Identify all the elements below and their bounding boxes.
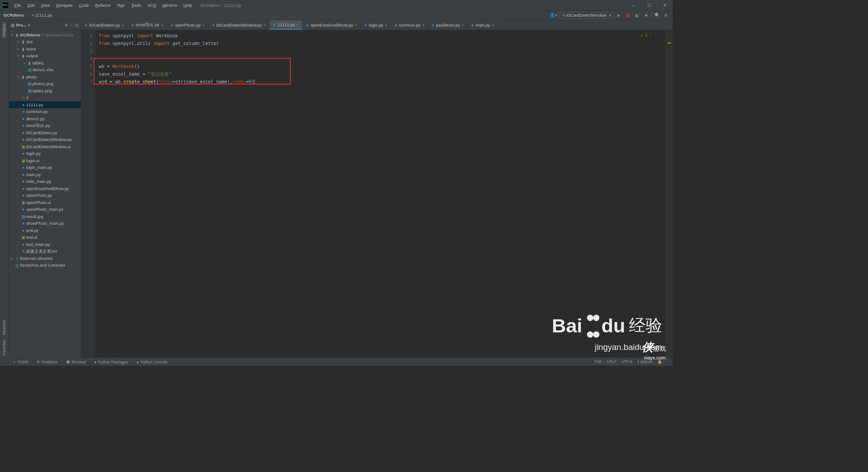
menu-run[interactable]: Run (114, 3, 128, 8)
bottomtab-problems[interactable]: ⊘ Problems (33, 359, 61, 364)
editor: ●IDCardDetect.py× ●excel导出.py× ●openPhot… (81, 20, 673, 358)
bottomtab-todo[interactable]: ≡ TODO (10, 359, 32, 364)
project-tree[interactable]: ▾▮OCRdemoF:\pycharm\class ▸▮doc ▸▮icons … (9, 30, 81, 358)
status-readonly-icon[interactable]: 🔓 (657, 359, 662, 364)
tab-excel[interactable]: ●excel导出.py× (128, 20, 167, 30)
tab-common[interactable]: ●common.py× (391, 20, 429, 30)
bottomtab-pypackages[interactable]: ● Python Packages (91, 359, 132, 364)
breadcrumb-file[interactable]: 11111.py (35, 13, 52, 18)
sidetab-favorites[interactable]: Favorites (2, 337, 6, 357)
sidetab-project[interactable]: Project (2, 22, 6, 38)
gear-icon[interactable]: ⚙ (64, 23, 68, 27)
hide-icon[interactable]: ⊟ (75, 23, 79, 27)
menu-file[interactable]: File (11, 3, 24, 8)
tab-main[interactable]: ●main.py× (468, 20, 498, 30)
status-indent[interactable]: 4 spaces (637, 359, 652, 364)
navigation-bar: OCRdemo 〉 ● 11111.py 👤▾ ● IDCardDetectWi… (0, 10, 673, 20)
status-lineending[interactable]: CRLF (606, 359, 616, 364)
menu-view[interactable]: View (38, 3, 53, 8)
tab-openexcel[interactable]: ●openExcelAndShow.py× (303, 20, 361, 30)
collapse-icon[interactable]: ─ (70, 23, 73, 27)
menu-refactor[interactable]: Refactor (92, 3, 114, 8)
tab-idcardwindow[interactable]: ●IDCardDetectWindow.py× (208, 20, 270, 30)
menu-code[interactable]: Code (76, 3, 92, 8)
tab-11111[interactable]: ●11111.py× (270, 20, 303, 30)
search-icon[interactable]: 🔍 (653, 11, 661, 19)
tab-login[interactable]: ●login.py× (361, 20, 391, 30)
breadcrumb-sep: 〉 (26, 12, 31, 18)
code-content[interactable]: from openpyxl import Workbook from openp… (95, 30, 665, 358)
minimize-button[interactable]: ─ (626, 0, 642, 10)
marker-bar[interactable] (665, 30, 673, 358)
status-pos[interactable]: 7:58 (594, 359, 602, 364)
menu-tools[interactable]: Tools (128, 3, 145, 8)
project-view-icon[interactable]: ▤ (11, 23, 15, 27)
bottomtab-pyconsole[interactable]: ● Python Console (133, 359, 172, 364)
window-title: OCRdemo - 11111.py (200, 3, 241, 8)
run-config-select[interactable]: ● IDCardDetectWindow ▾ (559, 12, 614, 18)
pycharm-logo-icon: PC (2, 2, 9, 8)
settings-icon[interactable]: ⚙ (662, 11, 670, 19)
user-icon[interactable]: 👤▾ (550, 11, 557, 19)
tab-paddleocr[interactable]: ●paddleocr.py× (428, 20, 467, 30)
stop-button[interactable]: ■ (642, 11, 650, 19)
project-panel: ▤ Pro...▾ ⚙ ─ ⊟ ▾▮OCRdemoF:\pycharm\clas… (9, 20, 81, 358)
menu-navigate[interactable]: Navigate (53, 3, 76, 8)
left-tool-gutter: Project Structure Favorites (0, 20, 9, 358)
maximize-button[interactable]: ☐ (641, 0, 657, 10)
menu-window[interactable]: Window (159, 3, 180, 8)
close-button[interactable]: ✕ (657, 0, 673, 10)
coverage-button[interactable]: ◧ (633, 11, 641, 19)
status-encoding[interactable]: UTF-8 (621, 359, 632, 364)
titlebar: PC File Edit View Navigate Code Refactor… (0, 0, 673, 10)
bottomtab-terminal[interactable]: ▣ Terminal (63, 359, 89, 364)
line-gutter[interactable]: 123 456 7 (81, 30, 95, 358)
editor-tabs: ●IDCardDetect.py× ●excel导出.py× ●openPhot… (81, 20, 673, 30)
menu-edit[interactable]: Edit (24, 3, 38, 8)
project-title[interactable]: Pro... (16, 23, 27, 27)
run-button[interactable]: ▶ (615, 11, 623, 19)
sidetab-structure[interactable]: Structure (2, 318, 6, 337)
tab-openphoto[interactable]: ●openPhoto.py× (167, 20, 208, 30)
breadcrumb-root[interactable]: OCRdemo (0, 13, 26, 18)
tree-item-11111[interactable]: ●11111.py (9, 101, 81, 109)
debug-button[interactable]: 🐞 (624, 11, 632, 19)
warning-badge[interactable]: ⚠ 1 ˆ ˇ (641, 32, 657, 39)
menu-help[interactable]: Help (180, 3, 195, 8)
statusbar: ≡ TODO ⊘ Problems ▣ Terminal ● Python Pa… (0, 358, 673, 366)
tab-idcarddetect[interactable]: ●IDCardDetect.py× (81, 20, 128, 30)
python-file-icon: ● (31, 13, 34, 18)
menu-vcs[interactable]: VCS (144, 3, 159, 8)
